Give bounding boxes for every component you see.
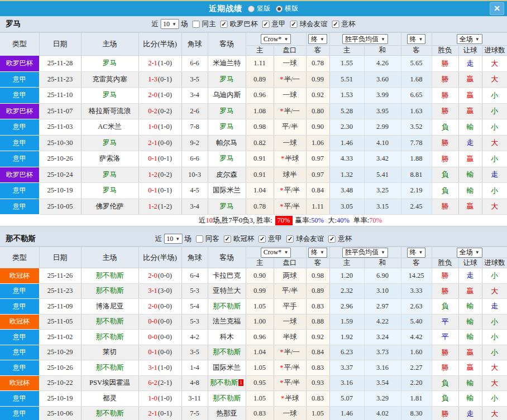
close-icon[interactable]: ✕ [490, 2, 504, 15]
match-date: 25-11-05 [39, 314, 81, 330]
eu-away-odds: 1.60 [401, 345, 432, 360]
eu-away-odds: 7.78 [401, 135, 432, 151]
eu-home-odds: 3.16 [329, 375, 364, 391]
league-filter-checkbox[interactable]: ✓ [220, 21, 227, 28]
league-filter-checkbox[interactable]: ✓ [224, 235, 231, 243]
home-team: 罗马 [81, 167, 138, 183]
result-goals: 大 [482, 375, 507, 391]
eu-away-odds: 2.45 [401, 199, 432, 215]
half-time-score: (0-1) [158, 155, 172, 162]
full-time-score: 2-0 [148, 272, 157, 279]
eu-away-odds: 6.65 [401, 88, 432, 104]
radio-vertical-label[interactable]: 竖版 [257, 4, 270, 13]
match-count-select[interactable]: 10 ▼ [164, 234, 183, 244]
league-type-badge: 意甲 [0, 299, 39, 315]
league-type-badge: 欧冠杯 [0, 268, 39, 284]
ah-stage-select[interactable]: 终▼ [308, 34, 327, 44]
ah-handicap: 一球 [274, 135, 306, 151]
radio-horizontal-layout[interactable] [276, 6, 283, 12]
full-time-score: 6-2 [148, 379, 157, 387]
result-handicap: 走 [458, 56, 482, 72]
chevron-down-icon: ▼ [175, 236, 180, 242]
away-team: 热那亚 [208, 406, 246, 420]
ah-handicap: 平/半 [274, 119, 306, 136]
league-filter-label: 欧罗巴杯 [229, 20, 257, 29]
half-time-score: (0-0) [158, 139, 172, 147]
home-team: 博洛尼亚 [81, 299, 138, 315]
odds-source-select[interactable]: Crow*▼ [261, 248, 291, 258]
half-time-score: (1-2) [158, 202, 172, 210]
match-date: 25-11-26 [39, 268, 81, 284]
eu-stage-select[interactable]: 终▼ [407, 248, 426, 258]
ah-away-odds: 0.83 [306, 299, 329, 315]
corner-score: 7-8 [181, 119, 208, 136]
odds-source-select[interactable]: Crow*▼ [261, 34, 291, 44]
match-row: 意甲25-11-03AC米兰1-0(1-0)7-8罗马0.98平/半0.902.… [0, 119, 507, 136]
match-count-select[interactable]: 10 ▼ [160, 19, 179, 29]
check-icon: ✓ [263, 21, 268, 27]
result-outcome: 平 [432, 314, 458, 330]
ah-handicap: *平/半 [274, 199, 306, 215]
ah-away-odds: 0.84 [306, 345, 329, 360]
ah-away-odds: 0.83 [306, 360, 329, 376]
match-score: 1-0(1-0) [138, 391, 181, 407]
eu-draw-odds: 2.97 [364, 299, 401, 315]
eu-home-odds: 1.32 [329, 167, 364, 183]
chevron-down-icon: ▼ [172, 22, 176, 27]
away-team: 亚特兰大 [208, 283, 246, 299]
home-team: 佛罗伦萨 [81, 199, 138, 215]
scope-select[interactable]: 全场▼ [457, 34, 482, 44]
same-venue-checkbox[interactable] [196, 235, 203, 243]
result-outcome: 負 [432, 119, 458, 136]
result-goals: 大 [482, 135, 507, 151]
team-name: 那不勒斯 [6, 234, 36, 244]
league-filter-checkbox[interactable]: ✓ [332, 21, 339, 28]
corner-score: 6-6 [181, 151, 208, 167]
league-filter-checkbox[interactable]: ✓ [290, 21, 297, 28]
eu-away-odds: 1.88 [401, 151, 432, 167]
league-filter-checkbox[interactable]: ✓ [328, 235, 336, 243]
eu-stage-select[interactable]: 终▼ [407, 34, 426, 44]
home-team: 那不勒斯 [81, 360, 138, 376]
full-time-score: 1-2 [148, 171, 157, 178]
half-time-score: (0-2) [158, 107, 172, 115]
ah-stage-select[interactable]: 终▼ [308, 248, 327, 258]
eu-draw-odds: 3.10 [364, 283, 401, 299]
home-team: 罗马 [81, 88, 138, 104]
result-handicap: 走 [458, 406, 482, 420]
ah-home-odds: 0.78 [246, 199, 274, 215]
result-goals: 小 [482, 314, 507, 330]
result-goals: 走 [482, 167, 507, 183]
league-filter-checkbox[interactable]: ✓ [286, 235, 294, 243]
league-filter-checkbox[interactable]: ✓ [262, 21, 269, 28]
radio-horizontal-label[interactable]: 横版 [285, 4, 298, 13]
result-outcome: 勝 [432, 135, 458, 151]
scope-select[interactable]: 全场▼ [457, 248, 482, 258]
league-type-badge: 欧冠杯 [0, 375, 39, 391]
league-filter-label: 意甲 [268, 234, 282, 244]
asterisk-marker: * [281, 394, 284, 402]
europe-odds-select[interactable]: 胜平负均值▼ [342, 34, 388, 44]
result-goals: 小 [482, 119, 507, 136]
result-outcome: 勝 [432, 406, 458, 420]
section-header: 那不勒斯 近 10 ▼ 场 同客 ✓ 欧冠杯 ✓ 意甲 ✓ 球会友谊 ✓ 意杯 [0, 231, 507, 247]
filters-bar: 近 10 ▼ 场 同主 ✓ 欧罗巴杯 ✓ 意甲 ✓ 球会友谊 ✓ 意杯 [152, 19, 356, 29]
full-time-score: 0-1 [148, 186, 157, 194]
corner-score: 5-3 [181, 283, 208, 299]
col-date: 日期 [39, 33, 81, 56]
result-handicap: 贏 [458, 283, 482, 299]
result-goals: 大 [482, 71, 507, 88]
match-date: 25-10-05 [39, 199, 81, 215]
league-filter-checkbox[interactable]: ✓ [259, 235, 266, 243]
eu-draw-odds: 4.02 [364, 406, 401, 420]
half-time-score: (0-2) [158, 171, 172, 178]
ah-handicap: 一球 [274, 406, 306, 420]
ah-home-odds: 1.04 [246, 345, 274, 360]
ah-home-odds: 0.91 [246, 151, 274, 167]
europe-odds-select[interactable]: 胜平负均值▼ [342, 248, 388, 258]
league-filter-label: 球会友谊 [296, 234, 324, 244]
same-venue-checkbox[interactable] [192, 21, 199, 28]
radio-vertical-layout[interactable] [248, 6, 255, 12]
ah-away-odds: 0.83 [306, 391, 329, 407]
away-team: 皮尔森 [208, 167, 246, 183]
